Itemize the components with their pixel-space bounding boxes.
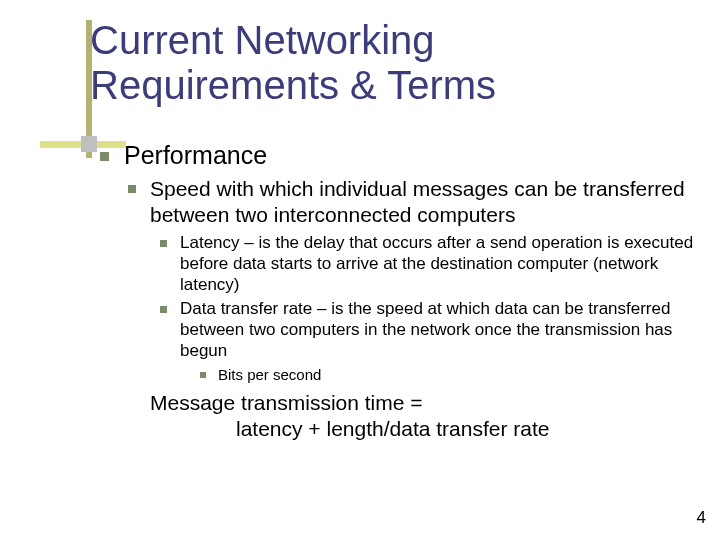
bullet-transfer-rate: Data transfer rate – is the speed at whi…: [160, 299, 696, 361]
bullet-performance-text: Performance: [124, 141, 267, 169]
bullet-transfer-rate-text: Data transfer rate – is the speed at whi…: [180, 299, 672, 359]
bullet-speed-text: Speed with which individual messages can…: [150, 177, 685, 226]
slide-body: Performance Speed with which individual …: [100, 140, 696, 442]
bullet-performance: Performance: [100, 140, 696, 170]
page-number: 4: [697, 508, 706, 528]
bullet-latency-text: Latency – is the delay that occurs after…: [180, 233, 693, 293]
slide: Current Networking Requirements & Terms …: [0, 0, 720, 540]
bullet-transmission-equation: Message transmission time = latency + le…: [128, 390, 696, 443]
equation-line2: latency + length/data transfer rate: [150, 416, 696, 442]
title-block: Current Networking Requirements & Terms: [90, 18, 690, 108]
bullet-bps-text: Bits per second: [218, 366, 321, 383]
equation-line1: Message transmission time =: [150, 391, 423, 414]
slide-title: Current Networking Requirements & Terms: [90, 18, 690, 108]
bullet-speed: Speed with which individual messages can…: [128, 176, 696, 227]
bullet-bps: Bits per second: [200, 366, 696, 384]
bullet-latency: Latency – is the delay that occurs after…: [160, 233, 696, 295]
